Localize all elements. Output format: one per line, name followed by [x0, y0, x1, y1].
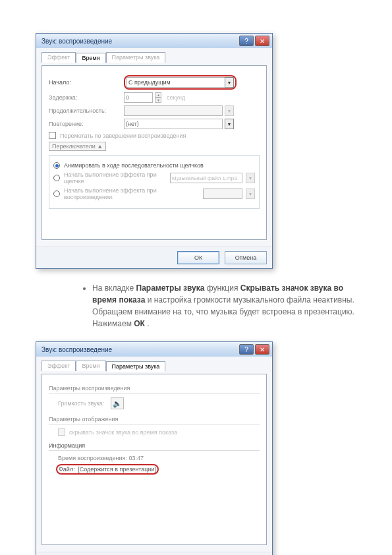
delay-field[interactable]: 0	[124, 92, 153, 103]
label-rewind: Перемотать по завершении воспроизведения	[60, 132, 186, 139]
duration-field	[124, 105, 223, 116]
chevron-down-icon: ▼	[246, 173, 255, 183]
help-icon[interactable]: ?	[239, 344, 254, 355]
titlebar[interactable]: Звук: воспроизведение ? ✕	[36, 34, 272, 48]
tab-sound-params[interactable]: Параметры звука	[106, 361, 166, 372]
divider	[49, 450, 260, 451]
volume-button: 🔈	[111, 397, 124, 409]
playtime: Время воспроизведения: 03:47	[49, 455, 260, 461]
click-target-dropdown: Музыкальный файл 1.mp3	[170, 173, 242, 183]
section-info: Информация	[49, 442, 260, 449]
hide-icon-checkbox	[58, 428, 65, 436]
highlight-start: С предыдущим ▼	[124, 75, 237, 90]
tab-row: Эффект Время Параметры звука	[42, 52, 267, 63]
help-icon[interactable]: ?	[239, 36, 254, 46]
file-value: [Содержится в презентации]	[78, 466, 156, 473]
highlight-file: Файл: [Содержится в презентации]	[56, 464, 159, 475]
dialog-title: Звук: воспроизведение	[42, 38, 112, 45]
bold-params: Параметры звука	[136, 283, 205, 293]
chevron-down-icon: ▼	[246, 189, 255, 199]
tab-effect[interactable]: Эффект	[42, 361, 76, 371]
chevron-down-icon: ▼	[225, 105, 234, 116]
tab-time[interactable]: Время	[76, 361, 105, 371]
tab-sound-params[interactable]: Параметры звука	[106, 52, 166, 63]
divider	[49, 393, 260, 394]
divider	[49, 424, 260, 424]
label-duration: Продолжительность:	[49, 107, 121, 114]
tab-row: Эффект Время Параметры звука	[42, 361, 267, 371]
chevron-down-icon[interactable]: ▼	[225, 77, 234, 88]
label-file: Файл:	[59, 466, 75, 473]
dialog-sound-time: Звук: воспроизведение ? ✕ Эффект Время П…	[36, 33, 273, 269]
tab-effect[interactable]: Эффект	[42, 52, 76, 63]
bold-ok: ОК	[134, 319, 145, 328]
rewind-checkbox[interactable]	[49, 132, 56, 139]
radio-on-click[interactable]	[53, 175, 60, 181]
label-start: Начало:	[49, 79, 121, 86]
tab-content-params: Параметры воспроизведения Громкость звук…	[42, 374, 267, 545]
tab-content-time: Начало: С предыдущим ▼ Задержка: 0 ▴▾ се…	[42, 65, 267, 240]
radio-on-play[interactable]	[53, 190, 60, 197]
triggers-group: Анимировать в ходе последовательности ще…	[49, 155, 260, 209]
titlebar[interactable]: Звук: воспроизведение ? ✕	[36, 342, 272, 357]
start-dropdown[interactable]: С предыдущим	[126, 77, 225, 88]
label-volume: Громкость звука:	[58, 400, 104, 407]
triggers-button[interactable]: Переключатели ▲	[49, 142, 106, 151]
label-seconds: секунд	[167, 94, 185, 101]
close-icon[interactable]: ✕	[255, 36, 269, 46]
radio-animate-seq[interactable]	[53, 162, 60, 169]
delay-spinner[interactable]: ▴▾	[155, 92, 161, 103]
explanation: На вкладке Параметры звука функция Скрыв…	[33, 282, 359, 330]
cancel-button[interactable]: Отмена	[225, 251, 267, 264]
section-display-params: Параметры отображения	[49, 416, 260, 423]
label-repeat: Повторение:	[49, 121, 121, 127]
label-hide-icon: скрывать значок звука во время показа	[69, 429, 177, 436]
label-r2: Начать выполнение эффекта при щелчке	[64, 171, 166, 185]
section-play-params: Параметры воспроизведения	[49, 385, 260, 392]
label-delay: Задержка:	[49, 94, 121, 101]
ok-button[interactable]: ОК	[177, 251, 219, 264]
play-target-dropdown	[203, 189, 242, 199]
dialog-sound-params: Звук: воспроизведение ? ✕ Эффект Время П…	[36, 341, 273, 555]
chevron-down-icon[interactable]: ▼	[225, 119, 234, 129]
dialog-title: Звук: воспроизведение	[42, 346, 112, 353]
tab-time[interactable]: Время	[76, 53, 105, 63]
close-icon[interactable]: ✕	[255, 344, 269, 355]
label-r1: Анимировать в ходе последовательности ще…	[64, 162, 204, 169]
repeat-dropdown[interactable]: (нет)	[124, 119, 223, 129]
label-r3: Начать выполнение эффекта при воспроизве…	[64, 187, 199, 200]
